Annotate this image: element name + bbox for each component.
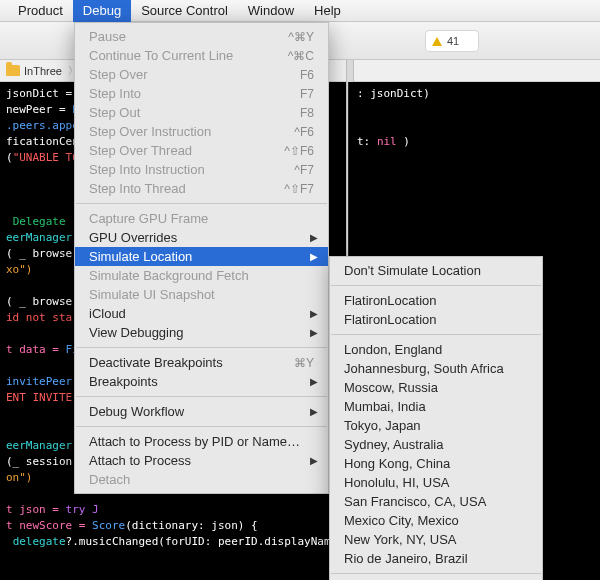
- warning-icon: [432, 37, 442, 46]
- menu-item-gpu-overrides[interactable]: GPU Overrides▶: [75, 228, 328, 247]
- chevron-right-icon: ▶: [310, 232, 318, 243]
- menu-item-city[interactable]: Johannesburg, South Africa: [330, 359, 542, 378]
- menu-item-step-out: Step OutF8: [75, 103, 328, 122]
- menu-item-city[interactable]: Mexico City, Mexico: [330, 511, 542, 530]
- debug-menu: Pause^⌘Y Continue To Current Line^⌘C Ste…: [74, 22, 329, 494]
- menu-item-city[interactable]: Mumbai, India: [330, 397, 542, 416]
- menubar-item-source-control[interactable]: Source Control: [131, 0, 238, 22]
- breadcrumb-item[interactable]: InThree: [24, 65, 62, 77]
- folder-icon: [6, 65, 20, 76]
- menu-item-simulate-background-fetch: Simulate Background Fetch: [75, 266, 328, 285]
- chevron-right-icon: ▶: [310, 251, 318, 262]
- menu-item-step-into-thread: Step Into Thread^⇧F7: [75, 179, 328, 198]
- menu-item-deactivate-breakpoints[interactable]: Deactivate Breakpoints⌘Y: [75, 353, 328, 372]
- menu-item-step-over-thread: Step Over Thread^⇧F6: [75, 141, 328, 160]
- menu-item-icloud[interactable]: iCloud▶: [75, 304, 328, 323]
- menu-item-city[interactable]: Tokyo, Japan: [330, 416, 542, 435]
- menu-item-city[interactable]: Rio de Janeiro, Brazil: [330, 549, 542, 568]
- menu-item-detach: Detach: [75, 470, 328, 489]
- menu-item-debug-workflow[interactable]: Debug Workflow▶: [75, 402, 328, 421]
- menu-item-city[interactable]: New York, NY, USA: [330, 530, 542, 549]
- menu-item-simulate-ui-snapshot: Simulate UI Snapshot: [75, 285, 328, 304]
- menu-item-step-over: Step OverF6: [75, 65, 328, 84]
- menu-separator: [331, 573, 541, 574]
- menu-item-step-into-instruction: Step Into Instruction^F7: [75, 160, 328, 179]
- menu-item-city[interactable]: Sydney, Australia: [330, 435, 542, 454]
- chevron-right-icon: ▶: [310, 455, 318, 466]
- menu-separator: [76, 347, 327, 348]
- menu-item-step-into: Step IntoF7: [75, 84, 328, 103]
- menubar-item-help[interactable]: Help: [304, 0, 351, 22]
- menu-separator: [331, 334, 541, 335]
- menu-item-city[interactable]: Hong Kong, China: [330, 454, 542, 473]
- menu-item-attach-pid[interactable]: Attach to Process by PID or Name…: [75, 432, 328, 451]
- menubar: Product Debug Source Control Window Help: [0, 0, 600, 22]
- warning-count-pill[interactable]: 41: [425, 30, 479, 52]
- chevron-right-icon: ▶: [310, 327, 318, 338]
- menu-item-view-debugging[interactable]: View Debugging▶: [75, 323, 328, 342]
- chevron-right-icon: ▶: [310, 406, 318, 417]
- menu-item-city[interactable]: London, England: [330, 340, 542, 359]
- menu-item-attach-process[interactable]: Attach to Process▶: [75, 451, 328, 470]
- menubar-item-debug[interactable]: Debug: [73, 0, 131, 22]
- menubar-item-product[interactable]: Product: [8, 0, 73, 22]
- menu-separator: [331, 285, 541, 286]
- menu-separator: [76, 203, 327, 204]
- chevron-right-icon: ▶: [310, 308, 318, 319]
- menu-item-capture-gpu-frame: Capture GPU Frame: [75, 209, 328, 228]
- menu-item-dont-simulate[interactable]: Don't Simulate Location: [330, 261, 542, 280]
- warning-count: 41: [447, 35, 459, 47]
- menu-item-city[interactable]: Honolulu, HI, USA: [330, 473, 542, 492]
- menu-item-breakpoints[interactable]: Breakpoints▶: [75, 372, 328, 391]
- menu-separator: [76, 396, 327, 397]
- menu-item-step-over-instruction: Step Over Instruction^F6: [75, 122, 328, 141]
- menu-item-continue-to-current-line: Continue To Current Line^⌘C: [75, 46, 328, 65]
- menu-item-custom-location[interactable]: FlatironLocation: [330, 310, 542, 329]
- menu-item-pause: Pause^⌘Y: [75, 27, 328, 46]
- menubar-item-window[interactable]: Window: [238, 0, 304, 22]
- chevron-right-icon: ▶: [310, 376, 318, 387]
- menu-item-custom-location[interactable]: FlatironLocation: [330, 291, 542, 310]
- menu-item-simulate-location[interactable]: Simulate Location▶: [75, 247, 328, 266]
- simulate-location-submenu: Don't Simulate Location FlatironLocation…: [329, 256, 543, 580]
- menu-item-city[interactable]: Moscow, Russia: [330, 378, 542, 397]
- menu-separator: [76, 426, 327, 427]
- menu-item-city[interactable]: San Francisco, CA, USA: [330, 492, 542, 511]
